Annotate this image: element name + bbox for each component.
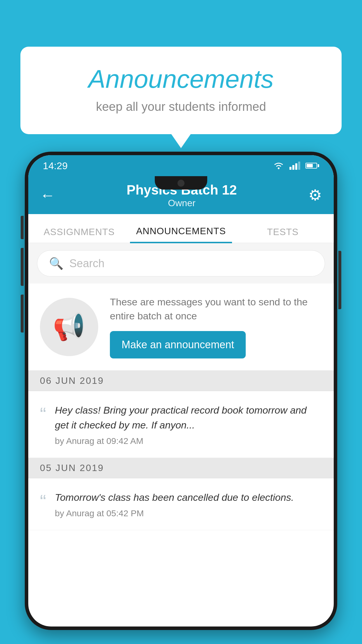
date-separator-2: 05 JUN 2019 — [28, 458, 334, 478]
signal-icon — [289, 162, 300, 170]
battery-icon — [305, 163, 319, 169]
make-announcement-button[interactable]: Make an announcement — [110, 331, 246, 358]
back-button[interactable]: ← — [40, 186, 55, 204]
announcement-content-1: Hey class! Bring your practical record b… — [55, 403, 322, 446]
settings-icon[interactable]: ⚙ — [308, 186, 322, 204]
tab-tests[interactable]: TESTS — [232, 227, 334, 243]
volume-down-button — [21, 248, 24, 286]
speech-bubble-section: Announcements keep all your students inf… — [20, 47, 342, 134]
promo-section: 📢 These are messages you want to send to… — [28, 284, 334, 371]
promo-icon-circle: 📢 — [40, 298, 98, 356]
speech-bubble: Announcements keep all your students inf… — [20, 47, 342, 134]
status-time: 14:29 — [43, 160, 68, 172]
tabs-container: ASSIGNMENTS ANNOUNCEMENTS TESTS — [28, 214, 334, 243]
quote-icon-2: “ — [40, 492, 46, 511]
silent-button — [21, 295, 24, 332]
phone-outer: 14:29 — [25, 152, 337, 630]
announcement-content-2: Tomorrow's class has been cancelled due … — [55, 490, 322, 518]
volume-up-button — [21, 216, 24, 239]
phone-mockup: 14:29 — [25, 152, 337, 644]
tab-announcements[interactable]: ANNOUNCEMENTS — [130, 226, 232, 243]
svg-point-0 — [278, 167, 280, 169]
date-separator-1: 06 JUN 2019 — [28, 371, 334, 391]
promo-description: These are messages you want to send to t… — [110, 295, 322, 323]
announcement-item-1: “ Hey class! Bring your practical record… — [28, 391, 334, 458]
notch — [155, 176, 207, 190]
promo-content: These are messages you want to send to t… — [110, 295, 322, 358]
megaphone-icon: 📢 — [53, 312, 85, 342]
search-icon: 🔍 — [49, 257, 64, 270]
status-icons — [273, 162, 319, 170]
search-placeholder: Search — [69, 257, 104, 270]
announcement-meta-2: by Anurag at 05:42 PM — [55, 508, 322, 518]
announcement-text-1: Hey class! Bring your practical record b… — [55, 403, 322, 433]
wifi-icon — [273, 162, 284, 170]
search-bar[interactable]: 🔍 Search — [37, 250, 325, 276]
announcement-meta-1: by Anurag at 09:42 AM — [55, 436, 322, 446]
header-subtitle: Owner — [126, 198, 237, 209]
announcement-text-2: Tomorrow's class has been cancelled due … — [55, 490, 322, 505]
phone-screen: 14:29 — [28, 155, 334, 626]
bubble-title: Announcements — [44, 64, 318, 94]
quote-icon-1: “ — [40, 405, 46, 424]
bubble-subtitle: keep all your students informed — [44, 100, 318, 114]
tab-assignments[interactable]: ASSIGNMENTS — [28, 227, 130, 243]
camera — [178, 180, 184, 187]
status-bar: 14:29 — [28, 155, 334, 176]
power-button — [338, 251, 341, 309]
search-section: 🔍 Search — [28, 243, 334, 284]
announcement-item-2: “ Tomorrow's class has been cancelled du… — [28, 478, 334, 530]
